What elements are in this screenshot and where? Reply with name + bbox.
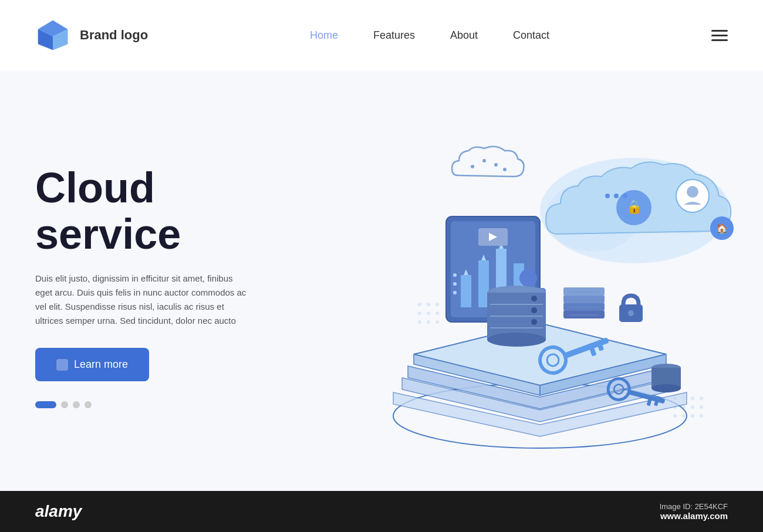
svg-point-12 [673,414,677,418]
svg-rect-83 [563,295,605,303]
logo-area: Brand logo [35,18,148,53]
svg-point-33 [605,194,610,198]
svg-point-10 [691,405,694,409]
svg-point-35 [623,194,627,198]
pagination-dots [35,401,247,408]
nav-about[interactable]: About [450,29,478,42]
svg-point-6 [691,397,694,400]
hamburger-menu-icon[interactable] [711,30,728,41]
left-panel: Cloud service Duis elit justo, dignissim… [0,70,282,491]
nav-links: Home Features About Contact [310,29,549,42]
svg-rect-82 [563,303,605,311]
dot-4[interactable] [85,401,92,408]
nav-features[interactable]: Features [373,29,415,42]
brand-logo-icon [35,18,70,53]
hero-title-line1: Cloud [35,164,155,211]
svg-point-14 [691,414,694,418]
dot-2[interactable] [61,401,68,408]
svg-point-40 [494,163,498,167]
svg-point-24 [435,320,439,324]
footer: alamy Image ID: 2E54KCF www.alamy.com [0,491,763,532]
alamy-brand: alamy [35,502,82,521]
svg-rect-81 [563,310,605,318]
svg-point-32 [687,186,698,198]
svg-point-38 [471,165,474,168]
button-icon [56,359,68,371]
svg-point-15 [700,414,703,418]
hero-illustration: 🔒 🏠 [311,105,734,457]
image-id: Image ID: 2E54KCF [660,502,728,511]
svg-point-34 [614,194,619,198]
footer-website: www.alamy.com [660,511,728,521]
hero-description: Duis elit justo, dignissim in efficitur … [35,272,247,328]
dot-3[interactable] [73,401,80,408]
svg-rect-84 [563,287,605,296]
svg-point-70 [531,319,537,325]
main-content: Cloud service Duis elit justo, dignissim… [0,70,763,491]
footer-info: Image ID: 2E54KCF www.alamy.com [660,502,728,521]
hero-title: Cloud service [35,165,247,257]
svg-point-23 [427,320,430,324]
nav-contact[interactable]: Contact [513,29,549,42]
svg-point-91 [651,384,681,392]
svg-point-39 [482,159,486,162]
svg-point-7 [700,397,703,400]
svg-point-13 [682,414,686,418]
right-panel: 🔒 🏠 [282,70,763,491]
svg-point-16 [418,303,421,306]
navbar: Brand logo Home Features About Contact [0,0,763,70]
svg-point-41 [503,168,507,171]
svg-point-56 [519,269,537,287]
svg-point-11 [700,405,703,409]
svg-point-69 [531,307,537,313]
brand-logo-text: Brand logo [80,28,148,43]
svg-point-19 [418,311,421,315]
svg-point-53 [453,273,457,277]
svg-point-55 [453,291,457,294]
learn-more-label: Learn more [74,358,128,371]
svg-point-93 [628,310,634,316]
nav-home[interactable]: Home [310,29,338,42]
svg-text:🏠: 🏠 [716,223,728,234]
svg-point-18 [435,303,439,306]
svg-point-17 [427,303,430,306]
hero-title-line2: service [35,211,181,257]
svg-point-64 [487,333,546,347]
svg-point-68 [531,296,537,301]
svg-point-54 [453,282,457,286]
svg-point-20 [427,311,430,315]
svg-text:🔒: 🔒 [626,199,643,215]
svg-rect-44 [461,275,471,307]
svg-point-22 [418,320,421,324]
learn-more-button[interactable]: Learn more [35,348,149,381]
svg-point-21 [435,311,439,315]
dot-1[interactable] [35,401,56,408]
